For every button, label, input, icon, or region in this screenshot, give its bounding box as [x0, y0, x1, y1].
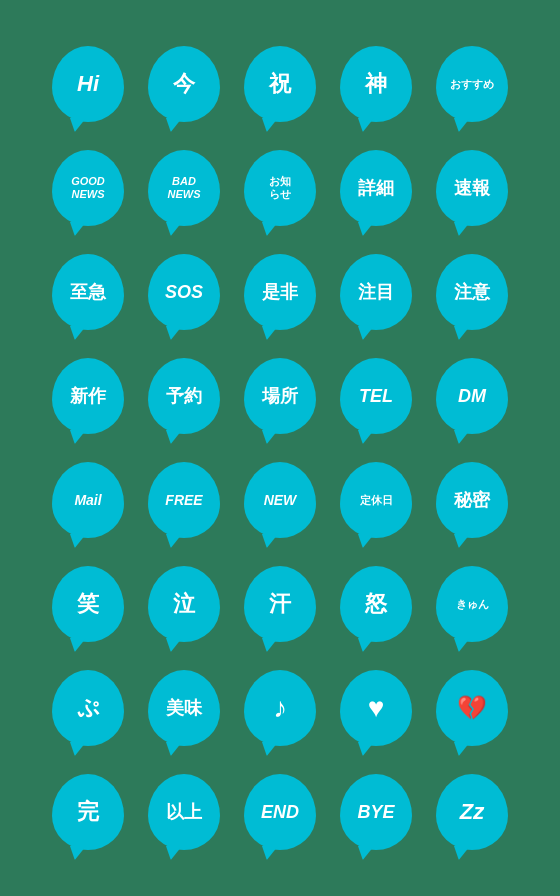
- bubble-37[interactable]: 以上: [148, 774, 220, 850]
- bubble-33[interactable]: ♪: [244, 670, 316, 746]
- bubble-text-38: END: [261, 802, 299, 823]
- bubble-39[interactable]: BYE: [340, 774, 412, 850]
- bubble-cell: 至急: [40, 240, 136, 344]
- bubble-text-12: SOS: [165, 282, 203, 303]
- bubble-cell: 詳細: [328, 136, 424, 240]
- bubble-cell: 予約: [136, 344, 232, 448]
- bubble-7[interactable]: BAD NEWS: [148, 150, 220, 226]
- bubble-text-5: おすすめ: [450, 78, 494, 91]
- bubble-cell: BYE: [328, 760, 424, 864]
- bubble-21[interactable]: Mail: [52, 462, 124, 538]
- bubble-text-36: 完: [77, 799, 99, 824]
- bubble-24[interactable]: 定休日: [340, 462, 412, 538]
- emoji-grid: Hi今祝神おすすめGOOD NEWSBAD NEWSお知 らせ詳細速報至急SOS…: [24, 16, 536, 880]
- bubble-38[interactable]: END: [244, 774, 316, 850]
- bubble-9[interactable]: 詳細: [340, 150, 412, 226]
- bubble-15[interactable]: 注意: [436, 254, 508, 330]
- bubble-text-1: Hi: [77, 71, 99, 96]
- bubble-text-4: 神: [365, 71, 387, 96]
- bubble-cell: 完: [40, 760, 136, 864]
- bubble-cell: 美味: [136, 656, 232, 760]
- bubble-text-3: 祝: [269, 71, 291, 96]
- bubble-cell: 新作: [40, 344, 136, 448]
- bubble-cell: 祝: [232, 32, 328, 136]
- bubble-text-29: 怒: [365, 591, 387, 616]
- bubble-31[interactable]: ぷ: [52, 670, 124, 746]
- bubble-6[interactable]: GOOD NEWS: [52, 150, 124, 226]
- bubble-text-18: 場所: [262, 386, 298, 407]
- bubble-cell: おすすめ: [424, 32, 520, 136]
- bubble-cell: FREE: [136, 448, 232, 552]
- bubble-cell: 注意: [424, 240, 520, 344]
- bubble-cell: 神: [328, 32, 424, 136]
- bubble-cell: SOS: [136, 240, 232, 344]
- bubble-cell: きゅん: [424, 552, 520, 656]
- bubble-cell: Mail: [40, 448, 136, 552]
- bubble-12[interactable]: SOS: [148, 254, 220, 330]
- bubble-cell: 今: [136, 32, 232, 136]
- bubble-cell: Zz: [424, 760, 520, 864]
- bubble-34[interactable]: ♥: [340, 670, 412, 746]
- bubble-cell: 怒: [328, 552, 424, 656]
- bubble-text-21: Mail: [74, 492, 101, 508]
- bubble-cell: 💔: [424, 656, 520, 760]
- bubble-10[interactable]: 速報: [436, 150, 508, 226]
- bubble-text-22: FREE: [165, 492, 202, 508]
- bubble-3[interactable]: 祝: [244, 46, 316, 122]
- bubble-25[interactable]: 秘密: [436, 462, 508, 538]
- bubble-26[interactable]: 笑: [52, 566, 124, 642]
- bubble-text-13: 是非: [262, 282, 298, 303]
- bubble-cell: お知 らせ: [232, 136, 328, 240]
- bubble-text-6: GOOD NEWS: [71, 175, 105, 200]
- bubble-23[interactable]: NEW: [244, 462, 316, 538]
- bubble-14[interactable]: 注目: [340, 254, 412, 330]
- bubble-text-33: ♪: [273, 692, 287, 724]
- bubble-22[interactable]: FREE: [148, 462, 220, 538]
- bubble-17[interactable]: 予約: [148, 358, 220, 434]
- bubble-cell: BAD NEWS: [136, 136, 232, 240]
- bubble-11[interactable]: 至急: [52, 254, 124, 330]
- bubble-text-11: 至急: [70, 282, 106, 303]
- bubble-27[interactable]: 泣: [148, 566, 220, 642]
- bubble-text-17: 予約: [166, 386, 202, 407]
- bubble-text-26: 笑: [77, 591, 99, 616]
- bubble-13[interactable]: 是非: [244, 254, 316, 330]
- bubble-cell: 定休日: [328, 448, 424, 552]
- bubble-5[interactable]: おすすめ: [436, 46, 508, 122]
- bubble-35[interactable]: 💔: [436, 670, 508, 746]
- bubble-1[interactable]: Hi: [52, 46, 124, 122]
- bubble-16[interactable]: 新作: [52, 358, 124, 434]
- bubble-text-8: お知 らせ: [269, 175, 291, 200]
- bubble-text-40: Zz: [460, 799, 484, 824]
- bubble-36[interactable]: 完: [52, 774, 124, 850]
- bubble-text-27: 泣: [173, 591, 195, 616]
- bubble-text-9: 詳細: [358, 178, 394, 199]
- bubble-text-37: 以上: [166, 802, 202, 823]
- bubble-30[interactable]: きゅん: [436, 566, 508, 642]
- bubble-19[interactable]: TEL: [340, 358, 412, 434]
- bubble-text-28: 汗: [269, 591, 291, 616]
- bubble-cell: 場所: [232, 344, 328, 448]
- bubble-cell: 速報: [424, 136, 520, 240]
- bubble-28[interactable]: 汗: [244, 566, 316, 642]
- bubble-2[interactable]: 今: [148, 46, 220, 122]
- bubble-cell: Hi: [40, 32, 136, 136]
- bubble-text-15: 注意: [454, 282, 490, 303]
- bubble-text-39: BYE: [357, 802, 394, 823]
- bubble-text-2: 今: [173, 71, 195, 96]
- bubble-18[interactable]: 場所: [244, 358, 316, 434]
- bubble-text-7: BAD NEWS: [168, 175, 201, 200]
- bubble-20[interactable]: DM: [436, 358, 508, 434]
- bubble-cell: GOOD NEWS: [40, 136, 136, 240]
- bubble-4[interactable]: 神: [340, 46, 412, 122]
- bubble-29[interactable]: 怒: [340, 566, 412, 642]
- bubble-cell: TEL: [328, 344, 424, 448]
- bubble-text-10: 速報: [454, 178, 490, 199]
- bubble-text-35: 💔: [457, 694, 487, 722]
- bubble-40[interactable]: Zz: [436, 774, 508, 850]
- bubble-8[interactable]: お知 らせ: [244, 150, 316, 226]
- bubble-32[interactable]: 美味: [148, 670, 220, 746]
- bubble-text-16: 新作: [70, 386, 106, 407]
- bubble-text-32: 美味: [166, 698, 202, 719]
- bubble-cell: ♥: [328, 656, 424, 760]
